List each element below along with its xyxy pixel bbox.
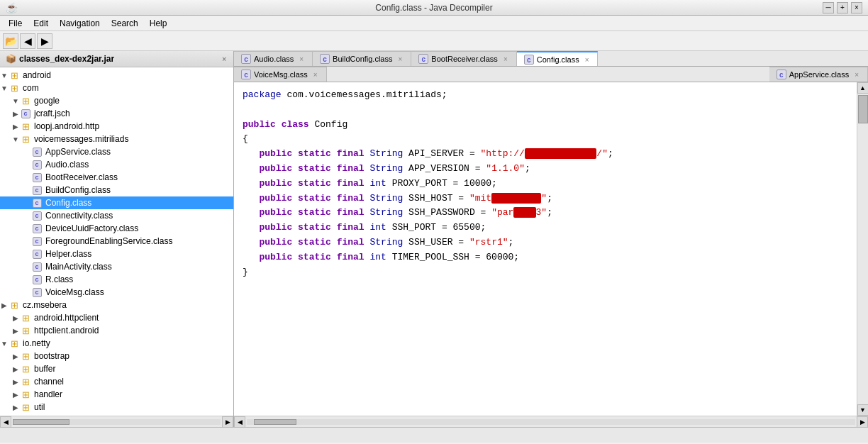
tree-item-util[interactable]: ▶⊞util [0, 401, 233, 414]
vertical-scrollbar: ▲ ▼ [857, 82, 868, 416]
tab-label: AppService.class [789, 70, 849, 79]
tree-item-buffer[interactable]: ▶⊞buffer [0, 362, 233, 375]
maximize-button[interactable]: + [837, 2, 848, 13]
tree-label: Config.class [45, 198, 91, 208]
jar-tab-close[interactable]: × [221, 55, 228, 63]
tree-item-io-netty[interactable]: ▼⊞io.netty [0, 337, 233, 350]
tree-item-BootReceiver-class[interactable]: cBootReceiver.class [0, 171, 233, 184]
tree-arrow[interactable]: ▼ [0, 84, 9, 92]
tree-item-BuildConfig-class[interactable]: cBuildConfig.class [0, 184, 233, 196]
tree-label: Helper.class [45, 249, 91, 259]
hscroll-thumb[interactable] [254, 419, 296, 425]
package-icon: ⊞ [20, 121, 31, 132]
tree-item-voicemessages-mitriliads[interactable]: ▼⊞voicemessages.mitriliads [0, 133, 233, 145]
tab-close-button[interactable]: × [502, 55, 509, 63]
tab-row1-2[interactable]: cBootReceiver.class× [411, 51, 516, 66]
package-icon: ⊞ [20, 389, 31, 400]
scroll-down-arrow[interactable]: ▼ [857, 404, 869, 416]
class-icon: c [31, 210, 43, 221]
tree-arrow[interactable]: ▼ [0, 340, 9, 348]
tree-label: util [34, 402, 45, 412]
tree-arrow[interactable]: ▶ [0, 301, 9, 309]
tab-close-button[interactable]: × [853, 71, 860, 79]
tree-item-AppService-class[interactable]: cAppService.class [0, 145, 233, 158]
tree-label: voicemessages.mitriliads [34, 134, 128, 144]
tree-item-DeviceUuidFactory-class[interactable]: cDeviceUuidFactory.class [0, 222, 233, 235]
tree-item-handler[interactable]: ▶⊞handler [0, 388, 233, 401]
tree-item-Helper-class[interactable]: cHelper.class [0, 248, 233, 260]
tab-close-button[interactable]: × [312, 71, 319, 79]
tree-item-ForegroundEnablingService-class[interactable]: cForegroundEnablingService.class [0, 235, 233, 248]
class-icon: c [20, 108, 31, 119]
menu-help[interactable]: Help [144, 17, 173, 30]
scroll-thumb[interactable] [858, 95, 868, 123]
tree-item-android-httpclient[interactable]: ▶⊞android.httpclient [0, 311, 233, 324]
tabs-row1: cAudio.class×cBuildConfig.class×cBootRec… [234, 51, 868, 67]
tree-arrow[interactable]: ▶ [11, 404, 20, 411]
menu-navigation[interactable]: Navigation [54, 17, 106, 30]
minimize-button[interactable]: ─ [823, 2, 834, 13]
tree-arrow[interactable]: ▶ [11, 353, 20, 360]
tree-item-R-class[interactable]: cR.class [0, 273, 233, 286]
tab-close-button[interactable]: × [396, 55, 404, 63]
tree-arrow[interactable]: ▼ [11, 135, 20, 143]
tab-row1-0[interactable]: cAudio.class× [234, 51, 313, 66]
tree-item-jcraft-jsch[interactable]: ▶cjcraft.jsch [0, 107, 233, 120]
menu-search[interactable]: Search [106, 17, 144, 30]
tree-arrow[interactable]: ▼ [0, 72, 9, 79]
tree-label: Connectivity.class [45, 211, 113, 221]
tree-item-loopj-android-http[interactable]: ▶⊞loopj.android.http [0, 120, 233, 133]
tree-item-Config-class[interactable]: cConfig.class [0, 196, 233, 209]
tree-item-Connectivity-class[interactable]: cConnectivity.class [0, 209, 233, 222]
left-scroll-thumb[interactable] [13, 419, 69, 425]
tree-item-bootstrap[interactable]: ▶⊞bootstrap [0, 350, 233, 362]
tab-class-icon: c [524, 55, 534, 65]
hscroll-left-arrow[interactable]: ◀ [234, 416, 245, 428]
tree-label: bootstrap [34, 351, 69, 361]
tree-label: google [34, 96, 60, 106]
tree-arrow[interactable]: ▼ [11, 97, 20, 105]
tree-item-channel[interactable]: ▶⊞channel [0, 375, 233, 388]
tree-arrow[interactable]: ▶ [11, 391, 20, 399]
tab-label: Audio.class [254, 55, 294, 63]
tree-item-VoiceMsg-class[interactable]: cVoiceMsg.class [0, 286, 233, 299]
tree-item-android[interactable]: ▼⊞android [0, 69, 233, 82]
tree-item-httpclient-android[interactable]: ▶⊞httpclient.android [0, 324, 233, 337]
tab-row1-3[interactable]: cConfig.class× [517, 51, 599, 67]
package-icon: ⊞ [20, 95, 31, 106]
left-scroll-left[interactable]: ◀ [0, 416, 11, 428]
tab-class-icon: c [241, 54, 251, 64]
tree-item-MainActivity-class[interactable]: cMainActivity.class [0, 260, 233, 273]
tab-close-button[interactable]: × [298, 55, 305, 63]
package-icon: ⊞ [20, 133, 31, 145]
tab-row2-1[interactable]: cAppService.class× [769, 67, 868, 82]
tab-row2-0[interactable]: cVoiceMsg.class× [234, 67, 327, 82]
class-icon: c [31, 184, 43, 196]
close-button[interactable]: × [851, 2, 862, 13]
tree-arrow[interactable]: ▶ [11, 314, 20, 322]
toolbar-forward-button[interactable]: ▶ [37, 33, 52, 49]
tree-arrow[interactable]: ▶ [11, 378, 20, 386]
tab-row1-1[interactable]: cBuildConfig.class× [313, 51, 411, 66]
code-content[interactable]: package com.voicemessages.mitriliads; pu… [234, 82, 857, 416]
tree-label: android [23, 70, 51, 80]
toolbar-back-button[interactable]: ◀ [20, 33, 35, 49]
hscroll-right-arrow[interactable]: ▶ [857, 416, 868, 428]
class-icon: c [31, 146, 43, 157]
tree-item-google[interactable]: ▼⊞google [0, 94, 233, 107]
tree-arrow[interactable]: ▶ [11, 110, 20, 118]
tree-item-Audio-class[interactable]: cAudio.class [0, 158, 233, 171]
tree-item-cz-msebera[interactable]: ▶⊞cz.msebera [0, 299, 233, 311]
tree-arrow[interactable]: ▶ [11, 123, 20, 131]
left-scroll-right[interactable]: ▶ [222, 416, 233, 428]
tree-arrow[interactable]: ▶ [11, 327, 20, 335]
scroll-up-arrow[interactable]: ▲ [857, 82, 869, 94]
menu-file[interactable]: File [3, 17, 28, 30]
package-icon: ⊞ [9, 70, 20, 81]
tree-arrow[interactable]: ▶ [11, 365, 20, 373]
tree-item-com[interactable]: ▼⊞com [0, 82, 233, 94]
title-bar: ☕ Config.class - Java Decompiler ─ + × [0, 0, 868, 16]
toolbar-open-button[interactable]: 📂 [3, 33, 18, 49]
tab-close-button[interactable]: × [584, 56, 591, 64]
menu-edit[interactable]: Edit [28, 17, 54, 30]
